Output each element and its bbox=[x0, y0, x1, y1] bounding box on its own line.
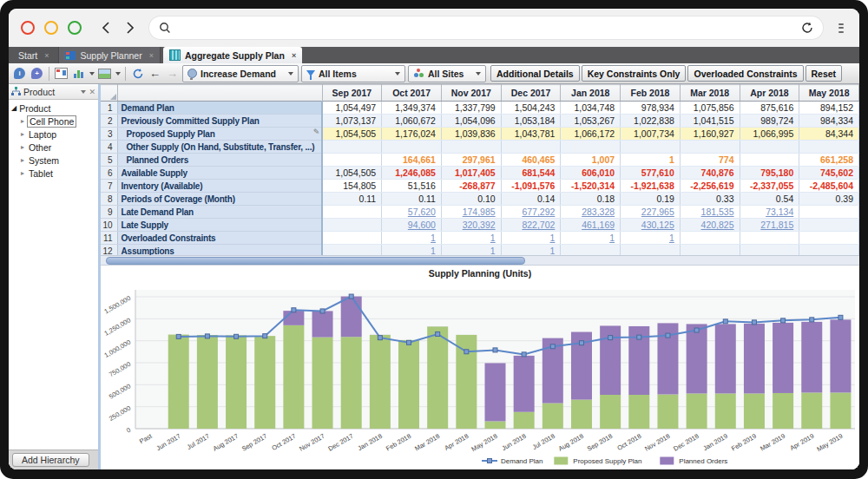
grid-cell[interactable]: 460,465 bbox=[501, 154, 561, 167]
grid-cell[interactable]: 1,054,096 bbox=[441, 115, 501, 128]
grid-cell[interactable]: 0.39 bbox=[799, 193, 859, 206]
row-number[interactable]: 6 bbox=[101, 167, 117, 180]
grid-cell[interactable]: 745,602 bbox=[799, 167, 859, 180]
expanded-caret-icon[interactable]: ◢ bbox=[11, 104, 16, 112]
image-view-icon[interactable] bbox=[97, 66, 112, 81]
sites-filter-dropdown[interactable]: All Sites bbox=[408, 65, 486, 82]
items-filter-dropdown[interactable]: All Items bbox=[301, 65, 405, 82]
toolbar-button-key-constraints-only[interactable]: Key Constraints Only bbox=[582, 65, 687, 82]
row-label[interactable]: Periods of Coverage (Month) bbox=[117, 193, 322, 206]
grid-corner-cell[interactable] bbox=[101, 85, 117, 102]
collapsed-caret-icon[interactable]: ▸ bbox=[21, 117, 24, 125]
grid-cell[interactable]: 84,344 bbox=[799, 128, 859, 141]
row-label[interactable]: Late Supply bbox=[117, 219, 322, 232]
row-number[interactable]: 4 bbox=[101, 141, 117, 154]
grid-link-cell[interactable]: 271,815 bbox=[740, 219, 799, 232]
grid-cell[interactable]: 0.19 bbox=[621, 193, 681, 206]
grid-cell[interactable]: 1,007 bbox=[561, 154, 621, 167]
grid-cell[interactable]: 0.11 bbox=[382, 193, 442, 206]
grid-cell[interactable]: 740,876 bbox=[680, 167, 740, 180]
grid-cell[interactable]: 875,616 bbox=[740, 102, 799, 115]
grid-cell[interactable]: -1,921,638 bbox=[621, 180, 681, 193]
grid-cell[interactable]: -2,337,055 bbox=[740, 180, 799, 193]
toolbar-button-additional-details[interactable]: Additional Details bbox=[490, 65, 580, 82]
grid-cell[interactable]: -1,520,314 bbox=[561, 180, 621, 193]
grid-cell[interactable] bbox=[740, 154, 799, 167]
grid-cell[interactable] bbox=[740, 141, 799, 154]
grid-cell[interactable]: 1,022,838 bbox=[621, 115, 681, 128]
reload-icon[interactable] bbox=[800, 21, 814, 35]
grid-cell[interactable] bbox=[561, 245, 621, 256]
grid-cell[interactable]: 1,054,505 bbox=[322, 128, 382, 141]
row-label[interactable]: Demand Plan bbox=[117, 102, 322, 115]
row-label[interactable]: Other Supply (On Hand, Substitute, Trans… bbox=[117, 141, 322, 154]
grid-cell[interactable] bbox=[322, 219, 382, 232]
grid-link-cell[interactable]: 1 bbox=[441, 232, 501, 245]
add-hierarchy-button[interactable]: Add Hierarchy bbox=[12, 453, 89, 467]
grid-cell[interactable] bbox=[740, 245, 799, 256]
grid-cell[interactable]: 1,246,085 bbox=[382, 167, 442, 180]
scrollbar-thumb[interactable] bbox=[106, 257, 525, 265]
grid-cell[interactable]: 1,349,374 bbox=[382, 102, 442, 115]
grid-cell[interactable]: 0.11 bbox=[322, 193, 382, 206]
chevron-down-icon[interactable] bbox=[89, 72, 95, 75]
grid-cell[interactable]: 297,961 bbox=[441, 154, 501, 167]
chevron-down-icon[interactable] bbox=[115, 72, 121, 75]
grid-cell[interactable] bbox=[799, 206, 859, 219]
minimize-window-icon[interactable] bbox=[44, 21, 58, 35]
collapsed-caret-icon[interactable]: ▸ bbox=[21, 156, 24, 164]
grid-link-cell[interactable]: 57,620 bbox=[382, 206, 442, 219]
row-number[interactable]: 8 bbox=[101, 193, 117, 206]
row-label[interactable]: Late Demand Plan bbox=[117, 206, 322, 219]
tree-item-tablet[interactable]: ▸Tablet bbox=[11, 167, 98, 180]
back-chevron-icon[interactable] bbox=[101, 21, 111, 35]
collapsed-caret-icon[interactable]: ▸ bbox=[21, 130, 24, 138]
grid-link-cell[interactable]: 1 bbox=[382, 245, 442, 256]
grid-link-cell[interactable]: 227,965 bbox=[621, 206, 681, 219]
row-number[interactable]: 10 bbox=[101, 219, 117, 232]
tree-item-laptop[interactable]: ▸Laptop bbox=[11, 128, 98, 141]
grid-cell[interactable]: 1,054,505 bbox=[322, 167, 382, 180]
grid-link-cell[interactable]: 73,134 bbox=[740, 206, 799, 219]
chart-view-icon[interactable] bbox=[71, 66, 86, 81]
grid-cell[interactable]: 795,180 bbox=[740, 167, 799, 180]
grid-cell[interactable] bbox=[799, 219, 859, 232]
row-label[interactable]: Inventory (Available) bbox=[117, 180, 322, 193]
tab-aggregate-supply-plan[interactable]: Aggregate Supply Plan × bbox=[163, 47, 302, 63]
grid-cell[interactable]: 894,152 bbox=[799, 102, 859, 115]
grid-cell[interactable]: 1,039,836 bbox=[441, 128, 501, 141]
grid-cell[interactable]: 989,724 bbox=[740, 115, 799, 128]
grid-cell[interactable]: 606,010 bbox=[561, 167, 621, 180]
grid-cell[interactable]: 1,160,927 bbox=[680, 128, 740, 141]
address-search-bar[interactable] bbox=[149, 16, 823, 39]
info-bubble-icon[interactable]: i bbox=[12, 66, 27, 81]
legend-item-proposed-supply-plan[interactable]: Proposed Supply Plan bbox=[554, 457, 641, 466]
grid-cell[interactable]: 1,176,024 bbox=[382, 128, 442, 141]
legend-item-demand-plan[interactable]: Demand Plan bbox=[482, 457, 542, 465]
row-label[interactable]: Planned Orders bbox=[117, 154, 322, 167]
grid-link-cell[interactable]: 181,535 bbox=[680, 206, 740, 219]
grid-cell[interactable]: 1,337,799 bbox=[441, 102, 501, 115]
grid-cell[interactable]: 0.10 bbox=[441, 193, 501, 206]
grid-cell[interactable]: 661,258 bbox=[799, 154, 859, 167]
collapsed-caret-icon[interactable]: ▸ bbox=[21, 169, 24, 177]
table-view-icon[interactable] bbox=[54, 66, 69, 81]
grid-link-cell[interactable]: 1 bbox=[561, 232, 621, 245]
grid-cell[interactable] bbox=[680, 232, 740, 245]
grid-cell[interactable] bbox=[441, 141, 501, 154]
row-number[interactable]: 1 bbox=[101, 102, 117, 115]
forward-chevron-icon[interactable] bbox=[125, 21, 135, 35]
grid-cell[interactable]: 1,034,748 bbox=[561, 102, 621, 115]
grid-link-cell[interactable]: 430,125 bbox=[621, 219, 681, 232]
grid-cell[interactable]: 774 bbox=[680, 154, 740, 167]
row-number[interactable]: 2 bbox=[101, 115, 117, 128]
grid-cell[interactable]: 51,516 bbox=[382, 180, 442, 193]
row-label[interactable]: Overloaded Constraints bbox=[117, 232, 322, 245]
grid-cell[interactable] bbox=[322, 232, 382, 245]
grid-cell[interactable]: 1,075,856 bbox=[680, 102, 740, 115]
tree-item-cell-phone[interactable]: ▸Cell Phone bbox=[11, 115, 98, 128]
search-input[interactable] bbox=[172, 21, 800, 35]
row-number[interactable]: 3 bbox=[101, 128, 117, 141]
grid-link-cell[interactable]: 461,169 bbox=[561, 219, 621, 232]
row-number[interactable]: 7 bbox=[101, 180, 117, 193]
